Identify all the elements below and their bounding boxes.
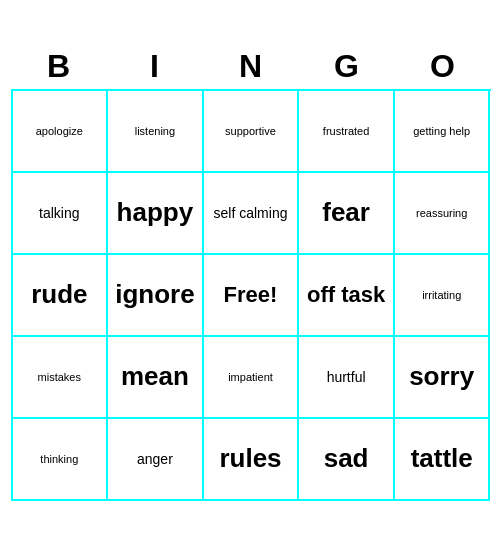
cell-text: ignore xyxy=(115,279,194,310)
cell-text: off task xyxy=(307,282,385,308)
cell-r4-c0: thinking xyxy=(13,419,109,501)
cell-r4-c1: anger xyxy=(108,419,204,501)
cell-text: reassuring xyxy=(416,207,467,219)
cell-text: thinking xyxy=(40,453,78,465)
cell-r2-c2: Free! xyxy=(204,255,300,337)
cell-r0-c3: frustrated xyxy=(299,91,395,173)
cell-text: rude xyxy=(31,279,87,310)
header-letter: O xyxy=(395,44,491,89)
cell-r0-c1: listening xyxy=(108,91,204,173)
cell-text: mistakes xyxy=(38,371,81,383)
cell-text: getting help xyxy=(413,125,470,137)
cell-r1-c2: self calming xyxy=(204,173,300,255)
cell-text: apologize xyxy=(36,125,83,137)
bingo-grid: apologizelisteningsupportivefrustratedge… xyxy=(11,89,491,501)
cell-text: sad xyxy=(324,443,369,474)
cell-text: happy xyxy=(117,197,194,228)
cell-text: frustrated xyxy=(323,125,369,137)
header-letter: B xyxy=(11,44,107,89)
cell-r1-c0: talking xyxy=(13,173,109,255)
cell-text: tattle xyxy=(411,443,473,474)
cell-r2-c1: ignore xyxy=(108,255,204,337)
cell-r3-c4: sorry xyxy=(395,337,491,419)
cell-r0-c2: supportive xyxy=(204,91,300,173)
cell-r3-c0: mistakes xyxy=(13,337,109,419)
bingo-header: BINGO xyxy=(11,44,491,89)
cell-r0-c0: apologize xyxy=(13,91,109,173)
cell-r1-c3: fear xyxy=(299,173,395,255)
cell-text: listening xyxy=(135,125,175,137)
cell-text: sorry xyxy=(409,361,474,392)
cell-r4-c3: sad xyxy=(299,419,395,501)
cell-text: hurtful xyxy=(327,369,366,385)
cell-text: irritating xyxy=(422,289,461,301)
cell-r3-c2: impatient xyxy=(204,337,300,419)
cell-text: mean xyxy=(121,361,189,392)
bingo-card: BINGO apologizelisteningsupportivefrustr… xyxy=(11,44,491,501)
cell-text: rules xyxy=(219,443,281,474)
header-letter: G xyxy=(299,44,395,89)
cell-text: Free! xyxy=(224,282,278,308)
cell-r4-c2: rules xyxy=(204,419,300,501)
cell-text: self calming xyxy=(214,205,288,221)
cell-r0-c4: getting help xyxy=(395,91,491,173)
header-letter: N xyxy=(203,44,299,89)
cell-r1-c1: happy xyxy=(108,173,204,255)
cell-text: anger xyxy=(137,451,173,467)
cell-r2-c4: irritating xyxy=(395,255,491,337)
cell-text: talking xyxy=(39,205,79,221)
cell-r1-c4: reassuring xyxy=(395,173,491,255)
cell-r2-c0: rude xyxy=(13,255,109,337)
cell-r4-c4: tattle xyxy=(395,419,491,501)
cell-text: supportive xyxy=(225,125,276,137)
cell-text: fear xyxy=(322,197,370,228)
cell-r2-c3: off task xyxy=(299,255,395,337)
header-letter: I xyxy=(107,44,203,89)
cell-r3-c1: mean xyxy=(108,337,204,419)
cell-text: impatient xyxy=(228,371,273,383)
cell-r3-c3: hurtful xyxy=(299,337,395,419)
